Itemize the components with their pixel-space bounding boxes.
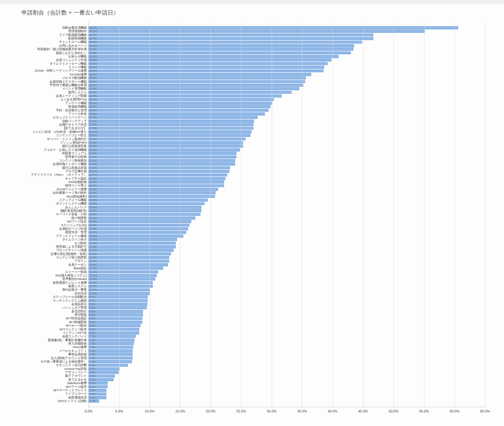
bar [89,141,243,144]
bar-value-label: 10.0% [89,288,97,291]
bar-value-label: 10.9% [89,277,97,281]
bar-value-label: 29.5% [89,109,97,112]
bar [89,313,143,317]
bar-row: 29.5%予約・決済受付と管理 [89,109,485,112]
bar [89,55,339,58]
bar [89,177,225,180]
bar-row: 28.9%ファイル共有 [89,112,485,115]
x-axis-label: 50.0% [389,409,399,413]
bar [89,130,252,133]
bar [89,180,224,184]
bar-row: 24.2%利用者マニュアル [89,152,485,155]
bar-row: 26.5%コンテンツコピー防止 [89,134,485,137]
bar-row: 10.0%自社決済 [89,292,485,295]
bar-value-label: 23.1% [89,170,97,173]
bar-value-label: 28.9% [89,112,97,115]
bar-value-label: 43.4% [89,48,97,51]
bar [89,198,208,202]
bar [89,98,274,101]
bar-row: 27.0%会費のキャリア決済 [89,123,485,126]
bar-value-label: 25.3% [89,141,97,144]
bar-row: 2.9%NFTマーケットプレイス [89,389,485,392]
bar [89,213,200,216]
bar-value-label: 30.4% [89,98,97,101]
axis-tick [89,407,89,408]
bar [89,224,189,227]
bar-value-label: 35.6% [89,76,97,80]
bar-row: 35.5%会員情報エクスポート機能 [89,80,485,83]
axis-tick [150,407,150,408]
bar-row: 5.0%Amazon Pay実装 [89,367,485,370]
gridline [241,22,241,407]
bar-value-label: 13.2% [89,259,97,263]
bar-row: 35.2%予算内で最適な機能を希望 [89,84,485,87]
bar [89,202,205,205]
bar [89,152,236,155]
bar-value-label: 7.5% [89,339,95,342]
bar [89,37,373,40]
bar-row: 20.8%会社概要ページ等の制作 [89,191,485,194]
bar-row: 43.0%面談しながら決めたい [89,51,485,55]
bar-row: 11.4%ストーリー投稿 [89,270,485,274]
bar-row: 25.3%プッシュ通知(PWA) [89,141,485,144]
bar-row: 4.1%全ておまかせ [89,378,485,381]
bar [89,163,235,166]
bar-value-label: 26.7% [89,130,97,133]
bar-row: 25.7%サーバー・ドメイン取得代行 [89,138,485,141]
x-axis-label: 20.0% [206,409,216,413]
bar-row: 7.2%法人(団体)アカウント管理 [89,357,485,360]
bar-row: 7.7%会員ランクバッジ [89,335,485,338]
bar-row: 13.5%記事分割公開(無料・有料) [89,252,485,256]
bar-row: 27.7%セキュリティパッケージ [89,116,485,119]
x-axis-label: 35.0% [297,409,307,413]
bar-value-label: 27.0% [89,127,97,130]
page: 申請割合（合計数 + 一番古い申請日） 60.6%自動会費決済機能55.1%管理… [0,0,504,426]
bar [89,84,303,87]
bar-value-label: 14.3% [89,242,97,245]
x-axis-label: 55.0% [419,409,429,413]
bar-value-label: 16.5% [89,224,97,227]
bar-value-label: 10.5% [89,285,97,288]
bar-value-label: 9.6% [89,303,95,306]
bar-value-label: 44.8% [89,40,97,44]
bar-row: 14.3%ロゴ制作 [89,242,485,245]
axis-tick [485,407,485,408]
bar-value-label: 20.7% [89,195,97,198]
bar-row: 10.0%身分証提示・審査 [89,288,485,292]
x-axis-label: 40.0% [328,409,337,413]
bar-value-label: 27.0% [89,123,97,126]
x-axis-label: 5.0% [115,409,123,413]
bar [89,231,186,234]
bar [89,277,155,281]
bar [89,242,176,245]
bar-row: 16.0%都度決済・管理 [89,231,485,234]
bar-row: 2.9%仮想通貨決済 [89,396,485,399]
bar-value-label: 8.9% [89,313,95,317]
bar-value-label: 14.3% [89,245,97,248]
bar-value-label: 17.5% [89,216,97,220]
bar-value-label: 35.2% [89,84,97,87]
bar-row: 31.6%会員ミーティング開催 [89,94,485,98]
bar-row: 16.3%会員紹介ページ作成 [89,227,485,230]
gridline [333,22,333,407]
bar-row: 30.1%アンケート機能 [89,102,485,105]
bar [89,260,169,263]
gridline [363,22,364,407]
bar-value-label: 6.4% [89,364,95,367]
gridline [454,22,455,407]
bar-row: 7.3%Vimeo連携 [89,346,485,349]
bar-row: 3.1%Salesforce連携 [89,382,485,385]
bar [89,174,227,177]
bar-value-label: 8.9% [89,310,95,313]
bar-value-label: 36.5% [89,73,97,76]
bar-value-label: 33.3% [89,91,97,94]
bar-row: 18.5%あんしんパック [89,206,485,209]
axis-tick [363,407,364,408]
bar-row: 22.7%アプリリリース（PWA）（ネイティブ） [89,174,485,177]
bar [89,342,134,345]
bar-value-label: 13.5% [89,252,97,256]
bar [89,127,253,130]
bar-value-label: 26.5% [89,134,97,137]
bar [89,216,195,220]
bar-row: 26.7%コンビニ決済・ATM決済・各種PAY導入 [89,130,485,133]
